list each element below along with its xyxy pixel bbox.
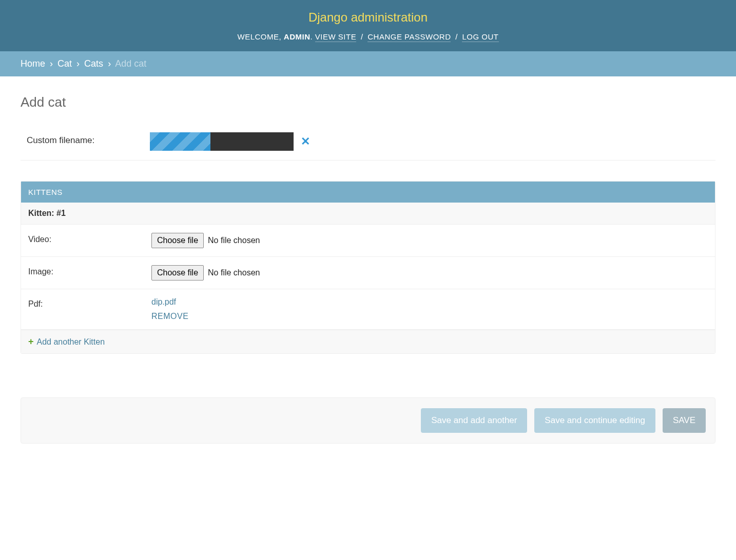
- upload-progress-fill: [150, 132, 210, 151]
- image-row: Image: Choose file No file chosen: [21, 257, 715, 289]
- image-choose-file-button[interactable]: Choose file: [151, 265, 204, 281]
- video-file-status: No file chosen: [208, 236, 260, 245]
- add-row: + Add another Kitten: [21, 330, 715, 353]
- submit-row: [21, 397, 715, 444]
- video-label: Video:: [28, 233, 141, 244]
- image-label: Image:: [28, 265, 141, 276]
- inline-group-kittens: KITTENS Kitten: #1 Video: Choose file No…: [21, 181, 715, 354]
- breadcrumb-app[interactable]: Cat: [57, 58, 72, 69]
- pdf-row: Pdf: dip.pdf REMOVE: [21, 289, 715, 330]
- inline-item-1: Kitten: #1 Video: Choose file No file ch…: [21, 203, 715, 330]
- change-password-link[interactable]: CHANGE PASSWORD: [367, 32, 451, 42]
- save-add-another-button[interactable]: [421, 408, 527, 433]
- video-choose-file-button[interactable]: Choose file: [151, 233, 204, 248]
- username: ADMIN: [284, 32, 311, 41]
- inline-group-title: KITTENS: [21, 182, 715, 203]
- image-file-input[interactable]: Choose file No file chosen: [151, 265, 260, 281]
- image-file-status: No file chosen: [208, 268, 260, 277]
- page-title: Add cat: [21, 94, 715, 110]
- site-title: Django administration: [21, 8, 715, 27]
- video-file-input[interactable]: Choose file No file chosen: [151, 233, 260, 248]
- breadcrumb: Home › Cat › Cats › Add cat: [0, 51, 736, 76]
- pdf-label: Pdf:: [28, 297, 141, 309]
- inline-item-title: Kitten: #1: [21, 203, 715, 225]
- add-another-label: Add another Kitten: [37, 337, 105, 347]
- save-button[interactable]: [663, 408, 706, 433]
- view-site-link[interactable]: VIEW SITE: [315, 32, 356, 42]
- video-row: Video: Choose file No file chosen: [21, 225, 715, 257]
- welcome-text: WELCOME,: [238, 32, 284, 41]
- plus-icon: +: [28, 336, 34, 347]
- log-out-link[interactable]: LOG OUT: [462, 32, 498, 42]
- breadcrumb-home[interactable]: Home: [21, 58, 45, 69]
- cancel-upload-icon[interactable]: ✕: [299, 135, 312, 148]
- content: Add cat Custom filename: ✕ KITTENS Kitte…: [0, 76, 736, 464]
- pdf-filename-link[interactable]: dip.pdf: [151, 297, 708, 307]
- user-tools: WELCOME, ADMIN. VIEW SITE / CHANGE PASSW…: [21, 27, 715, 44]
- custom-filename-row: Custom filename: ✕: [21, 123, 715, 161]
- header: Django administration WELCOME, ADMIN. VI…: [0, 0, 736, 51]
- breadcrumb-current: Add cat: [115, 58, 146, 69]
- breadcrumb-model[interactable]: Cats: [84, 58, 103, 69]
- upload-progress-bar: [150, 132, 294, 151]
- save-continue-editing-button[interactable]: [534, 408, 655, 433]
- add-another-kitten-link[interactable]: + Add another Kitten: [28, 336, 708, 347]
- custom-filename-label: Custom filename:: [27, 132, 140, 146]
- pdf-remove-link[interactable]: REMOVE: [151, 312, 708, 321]
